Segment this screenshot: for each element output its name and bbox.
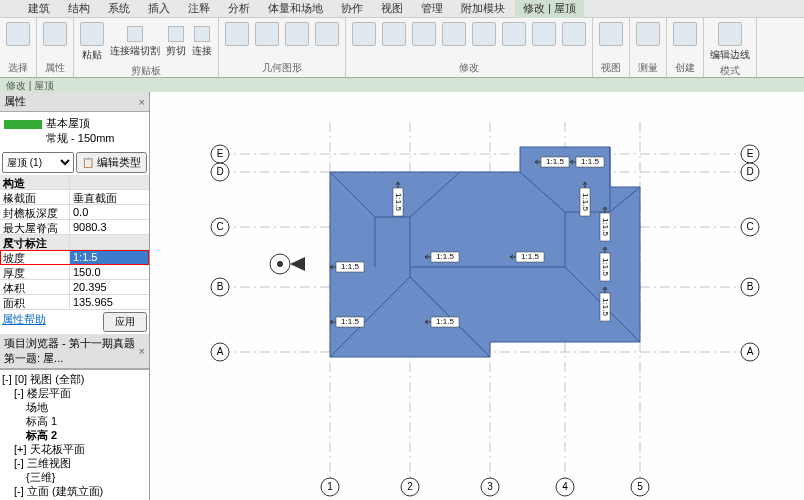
- svg-text:A: A: [747, 346, 754, 357]
- svg-text:1: 1: [327, 481, 333, 492]
- svg-text:1:1.5: 1:1.5: [436, 252, 454, 261]
- ribbon-连接端切割[interactable]: 连接端切割: [108, 24, 162, 60]
- svg-text:1:1.5: 1:1.5: [581, 157, 599, 166]
- tab-4[interactable]: 注释: [180, 0, 218, 18]
- browser-header: 项目浏览器 - 第十一期真题第一题: 屋... ×: [0, 334, 149, 369]
- properties-grid: 构造椽截面垂直截面封檐板深度0.0最大屋脊高度9080.3尺寸标注坡度1:1.5…: [0, 175, 149, 310]
- svg-text:2: 2: [407, 481, 413, 492]
- svg-text:1:1.5: 1:1.5: [521, 252, 539, 261]
- left-panel: 属性 × 基本屋顶 常规 - 150mm 屋顶 (1) 📋 编辑类型 构造椽截面…: [0, 92, 150, 500]
- prop-椽截面[interactable]: 椽截面垂直截面: [0, 190, 149, 205]
- prop-体积[interactable]: 体积20.395: [0, 280, 149, 295]
- svg-text:4: 4: [562, 481, 568, 492]
- ribbon-m8[interactable]: [560, 20, 588, 48]
- ribbon-连接[interactable]: 连接: [190, 24, 214, 60]
- ribbon-tabs: 建筑结构系统插入注释分析体量和场地协作视图管理附加模块修改 | 屋顶: [0, 0, 804, 18]
- ribbon-props[interactable]: [41, 20, 69, 48]
- svg-text:B: B: [747, 281, 754, 292]
- ribbon-m4[interactable]: [440, 20, 468, 48]
- svg-text:1:1.5: 1:1.5: [546, 157, 564, 166]
- view-eye-icon: [270, 254, 305, 274]
- svg-text:1:1.5: 1:1.5: [601, 218, 610, 236]
- svg-text:5: 5: [637, 481, 643, 492]
- ribbon-me1[interactable]: [634, 20, 662, 48]
- ribbon-g1[interactable]: [223, 20, 251, 48]
- svg-text:1:1.5: 1:1.5: [601, 298, 610, 316]
- ribbon-cursor[interactable]: [4, 20, 32, 48]
- svg-text:1:1.5: 1:1.5: [341, 262, 359, 271]
- tree-item[interactable]: [-] 三维视图: [2, 456, 147, 470]
- svg-text:C: C: [216, 221, 223, 232]
- tab-8[interactable]: 视图: [373, 0, 411, 18]
- tab-10[interactable]: 附加模块: [453, 0, 513, 18]
- prop-最大屋脊高度[interactable]: 最大屋脊高度9080.3: [0, 220, 149, 235]
- ribbon-编辑边线[interactable]: 编辑边线: [708, 20, 752, 64]
- ribbon-m7[interactable]: [530, 20, 558, 48]
- tab-6[interactable]: 体量和场地: [260, 0, 331, 18]
- properties-title: 属性: [4, 94, 26, 109]
- ribbon-g3[interactable]: [283, 20, 311, 48]
- tab-5[interactable]: 分析: [220, 0, 258, 18]
- preview-text: 基本屋顶 常规 - 150mm: [46, 116, 114, 146]
- svg-text:3: 3: [487, 481, 493, 492]
- tree-item[interactable]: [+] 天花板平面: [2, 442, 147, 456]
- tree-item[interactable]: [-] 楼层平面: [2, 386, 147, 400]
- tab-2[interactable]: 系统: [100, 0, 138, 18]
- ribbon-v1[interactable]: [597, 20, 625, 48]
- prop-封檐板深度[interactable]: 封檐板深度0.0: [0, 205, 149, 220]
- svg-text:E: E: [217, 148, 224, 159]
- svg-text:E: E: [747, 148, 754, 159]
- ribbon-m5[interactable]: [470, 20, 498, 48]
- tab-9[interactable]: 管理: [413, 0, 451, 18]
- svg-text:D: D: [216, 166, 223, 177]
- svg-text:1:1.5: 1:1.5: [436, 317, 454, 326]
- apply-button[interactable]: 应用: [103, 312, 147, 332]
- prop-面积[interactable]: 面积135.965: [0, 295, 149, 310]
- tab-1[interactable]: 结构: [60, 0, 98, 18]
- ribbon: 选择属性粘贴连接端切割剪切连接剪贴板几何图形修改视图测量创建编辑边线模式: [0, 18, 804, 78]
- project-browser[interactable]: [-] [0] 视图 (全部)[-] 楼层平面场地标高 1标高 2[+] 天花板…: [0, 369, 149, 500]
- tab-7[interactable]: 协作: [333, 0, 371, 18]
- ribbon-m2[interactable]: [380, 20, 408, 48]
- type-preview[interactable]: 基本屋顶 常规 - 150mm: [0, 112, 149, 150]
- close-icon[interactable]: ×: [139, 96, 145, 108]
- edit-type-button[interactable]: 📋 编辑类型: [76, 152, 147, 173]
- svg-text:1:1.5: 1:1.5: [581, 193, 590, 211]
- tree-item[interactable]: [-] [0] 视图 (全部): [2, 372, 147, 386]
- ribbon-剪切[interactable]: 剪切: [164, 24, 188, 60]
- drawing-canvas[interactable]: EEDDCCBBAA 12345 1:1.51:1.51:1.51:1.51:1…: [150, 92, 804, 500]
- svg-text:1:1.5: 1:1.5: [601, 258, 610, 276]
- tab-0[interactable]: 建筑: [20, 0, 58, 18]
- tab-3[interactable]: 插入: [140, 0, 178, 18]
- ribbon-m6[interactable]: [500, 20, 528, 48]
- ribbon-m1[interactable]: [350, 20, 378, 48]
- properties-help-link[interactable]: 属性帮助: [2, 312, 46, 332]
- close-icon[interactable]: ×: [139, 345, 145, 357]
- tree-item[interactable]: 场地: [2, 400, 147, 414]
- roof-footprint[interactable]: [330, 147, 640, 357]
- ribbon-g4[interactable]: [313, 20, 341, 48]
- type-selector[interactable]: 屋顶 (1): [2, 152, 74, 173]
- ribbon-c1[interactable]: [671, 20, 699, 48]
- prop-坡度[interactable]: 坡度1:1.5: [0, 250, 149, 265]
- properties-header: 属性 ×: [0, 92, 149, 112]
- preview-thumbnail: [4, 120, 42, 142]
- tree-item[interactable]: [-] 立面 (建筑立面): [2, 484, 147, 498]
- browser-title: 项目浏览器 - 第十一期真题第一题: 屋...: [4, 336, 139, 366]
- ribbon-g2[interactable]: [253, 20, 281, 48]
- svg-text:C: C: [746, 221, 753, 232]
- svg-text:B: B: [217, 281, 224, 292]
- tab-11[interactable]: 修改 | 屋顶: [515, 0, 584, 18]
- tree-item[interactable]: 标高 1: [2, 414, 147, 428]
- svg-text:A: A: [217, 346, 224, 357]
- ribbon-粘贴[interactable]: 粘贴: [78, 20, 106, 64]
- prop-厚度[interactable]: 厚度150.0: [0, 265, 149, 280]
- svg-point-41: [277, 261, 283, 267]
- modify-context-bar: 修改 | 屋顶: [0, 78, 804, 92]
- tree-item[interactable]: 标高 2: [2, 428, 147, 442]
- ribbon-m3[interactable]: [410, 20, 438, 48]
- tree-item[interactable]: {三维}: [2, 470, 147, 484]
- svg-text:1:1.5: 1:1.5: [394, 193, 403, 211]
- svg-text:D: D: [746, 166, 753, 177]
- svg-text:1:1.5: 1:1.5: [341, 317, 359, 326]
